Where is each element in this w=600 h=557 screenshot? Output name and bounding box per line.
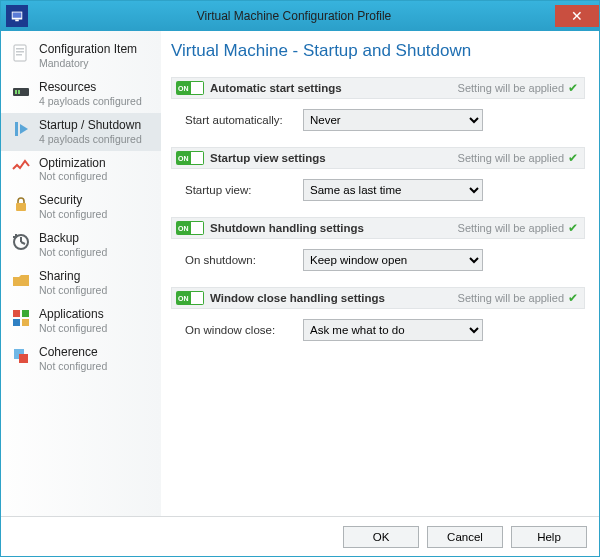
field-label: Startup view:	[185, 184, 303, 196]
close-button[interactable]: ✕	[555, 5, 599, 27]
field-label: On window close:	[185, 324, 303, 336]
svg-rect-12	[16, 203, 26, 211]
security-icon	[11, 194, 31, 214]
ok-button[interactable]: OK	[343, 526, 419, 548]
app-icon	[6, 5, 28, 27]
sidebar-item-security[interactable]: Security Not configured	[1, 188, 161, 226]
sidebar-item-label: Configuration Item	[39, 43, 137, 57]
section-head-window-close: ON Window close handling settings Settin…	[171, 287, 585, 309]
section-status: Setting will be applied	[458, 82, 564, 94]
svg-rect-19	[19, 354, 28, 363]
sidebar-item-startup-shutdown[interactable]: Startup / Shutdown 4 payloads configured	[1, 113, 161, 151]
check-icon: ✔	[568, 221, 578, 235]
window-body: Configuration Item Mandatory Resources 4…	[1, 31, 599, 516]
sidebar-item-sub: Not configured	[39, 284, 107, 296]
sidebar-item-sharing[interactable]: Sharing Not configured	[1, 264, 161, 302]
optimization-icon	[11, 157, 31, 177]
sidebar-item-label: Optimization	[39, 157, 107, 171]
sidebar-item-backup[interactable]: Backup Not configured	[1, 226, 161, 264]
sidebar-item-label: Resources	[39, 81, 142, 95]
svg-rect-3	[14, 45, 26, 61]
select-on-window-close[interactable]: Ask me what to do	[303, 319, 483, 341]
svg-rect-17	[22, 319, 29, 326]
sidebar: Configuration Item Mandatory Resources 4…	[1, 31, 161, 516]
svg-rect-5	[16, 51, 24, 53]
svg-rect-4	[16, 48, 24, 50]
section-status: Setting will be applied	[458, 152, 564, 164]
row-on-window-close: On window close: Ask me what to do	[171, 309, 585, 351]
window-title: Virtual Machine Configuration Profile	[33, 9, 555, 23]
help-button[interactable]: Help	[511, 526, 587, 548]
row-start-automatically: Start automatically: Never	[171, 99, 585, 141]
startup-icon	[11, 119, 31, 139]
sidebar-item-label: Sharing	[39, 270, 107, 284]
sidebar-item-sub: Not configured	[39, 360, 107, 372]
field-label: Start automatically:	[185, 114, 303, 126]
svg-marker-10	[15, 122, 18, 136]
sidebar-item-sub: Not configured	[39, 170, 107, 182]
main-panel: Virtual Machine - Startup and Shutdown O…	[161, 31, 599, 516]
field-label: On shutdown:	[185, 254, 303, 266]
check-icon: ✔	[568, 151, 578, 165]
select-on-shutdown[interactable]: Keep window open	[303, 249, 483, 271]
section-title: Automatic start settings	[210, 82, 342, 94]
section-title: Startup view settings	[210, 152, 326, 164]
toggle-startup-view[interactable]: ON	[176, 151, 204, 165]
sidebar-item-coherence[interactable]: Coherence Not configured	[1, 340, 161, 378]
sidebar-item-label: Backup	[39, 232, 107, 246]
sidebar-item-sub: 4 payloads configured	[39, 95, 142, 107]
config-item-icon	[11, 43, 31, 63]
page-title: Virtual Machine - Startup and Shutdown	[171, 41, 585, 61]
svg-rect-6	[16, 54, 22, 56]
sidebar-item-label: Applications	[39, 308, 107, 322]
sidebar-item-sub: Not configured	[39, 208, 107, 220]
sidebar-item-sub: Not configured	[39, 322, 107, 334]
section-title: Shutdown handling settings	[210, 222, 364, 234]
cancel-button[interactable]: Cancel	[427, 526, 503, 548]
sidebar-item-label: Coherence	[39, 346, 107, 360]
close-icon: ✕	[571, 8, 583, 24]
toggle-window-close[interactable]: ON	[176, 291, 204, 305]
row-on-shutdown: On shutdown: Keep window open	[171, 239, 585, 281]
toggle-shutdown[interactable]: ON	[176, 221, 204, 235]
sidebar-item-sub: 4 payloads configured	[39, 133, 142, 145]
sidebar-item-label: Security	[39, 194, 107, 208]
section-head-startup-view: ON Startup view settings Setting will be…	[171, 147, 585, 169]
footer: OK Cancel Help	[1, 516, 599, 556]
sidebar-item-applications[interactable]: Applications Not configured	[1, 302, 161, 340]
window: Virtual Machine Configuration Profile ✕ …	[0, 0, 600, 557]
toggle-auto-start[interactable]: ON	[176, 81, 204, 95]
row-startup-view: Startup view: Same as last time	[171, 169, 585, 211]
select-startup-view[interactable]: Same as last time	[303, 179, 483, 201]
section-title: Window close handling settings	[210, 292, 385, 304]
sidebar-item-sub: Not configured	[39, 246, 107, 258]
section-status: Setting will be applied	[458, 292, 564, 304]
titlebar: Virtual Machine Configuration Profile ✕	[1, 1, 599, 31]
svg-rect-2	[15, 20, 19, 22]
sidebar-item-configuration-item[interactable]: Configuration Item Mandatory	[1, 37, 161, 75]
sidebar-item-resources[interactable]: Resources 4 payloads configured	[1, 75, 161, 113]
check-icon: ✔	[568, 291, 578, 305]
backup-icon	[11, 232, 31, 252]
sidebar-item-sub: Mandatory	[39, 57, 137, 69]
sidebar-item-optimization[interactable]: Optimization Not configured	[1, 151, 161, 189]
select-start-automatically[interactable]: Never	[303, 109, 483, 131]
section-head-shutdown: ON Shutdown handling settings Setting wi…	[171, 217, 585, 239]
check-icon: ✔	[568, 81, 578, 95]
svg-rect-16	[13, 319, 20, 326]
resources-icon	[11, 81, 31, 101]
svg-rect-14	[13, 310, 20, 317]
section-head-auto-start: ON Automatic start settings Setting will…	[171, 77, 585, 99]
applications-icon	[11, 308, 31, 328]
section-status: Setting will be applied	[458, 222, 564, 234]
sidebar-item-label: Startup / Shutdown	[39, 119, 142, 133]
coherence-icon	[11, 346, 31, 366]
svg-marker-11	[20, 124, 28, 134]
svg-rect-15	[22, 310, 29, 317]
sharing-icon	[11, 270, 31, 290]
svg-rect-1	[13, 13, 22, 18]
svg-rect-8	[15, 90, 17, 94]
svg-rect-9	[18, 90, 20, 94]
